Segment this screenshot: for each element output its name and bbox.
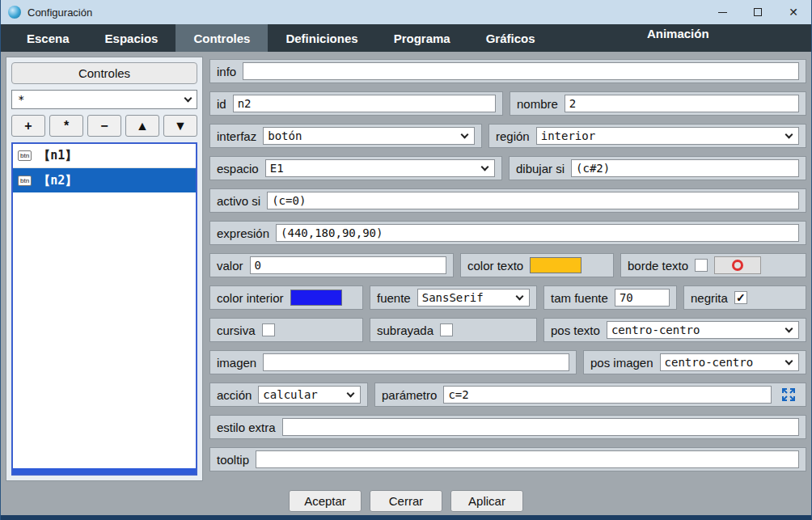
titlebar[interactable]: Configuración ✕ <box>1 0 811 24</box>
fuente-label: fuente <box>377 291 411 305</box>
borde-texto-color-button[interactable] <box>714 256 761 274</box>
parametro-value: c=2 <box>448 388 468 401</box>
expresion-input[interactable]: (440,180,90,90) <box>276 224 799 242</box>
duplicate-control-button[interactable]: * <box>49 115 83 137</box>
info-input[interactable] <box>243 62 799 80</box>
button-type-badge: btn <box>18 150 32 161</box>
espacio-select[interactable]: E1 <box>265 159 495 177</box>
accion-select[interactable]: calcular <box>258 386 361 404</box>
window-bottom-border <box>1 515 811 520</box>
dibujar-si-input[interactable]: (c#2) <box>571 159 799 177</box>
nombre-value: 2 <box>569 97 576 110</box>
tab-definiciones[interactable]: Definiciones <box>268 24 375 52</box>
expresion-label: expresión <box>217 226 269 240</box>
accept-button[interactable]: Aceptar <box>289 490 362 512</box>
region-value: interior <box>541 129 595 142</box>
close-button[interactable]: ✕ <box>776 0 811 24</box>
field-nombre: nombre 2 <box>510 91 806 116</box>
list-item-n1[interactable]: btn 【n1】 <box>13 144 196 168</box>
region-label: región <box>496 129 530 143</box>
region-select[interactable]: interior <box>536 127 799 145</box>
estilo-extra-input[interactable] <box>282 418 799 436</box>
field-region: región interior <box>488 124 806 148</box>
pos-texto-value: centro-centro <box>611 323 700 336</box>
borde-texto-checkbox[interactable] <box>695 259 708 272</box>
add-control-button[interactable]: + <box>11 115 45 137</box>
tam-fuente-value: 70 <box>620 291 633 304</box>
filter-value: * <box>18 93 24 106</box>
subrayada-checkbox[interactable] <box>440 323 453 336</box>
id-input[interactable]: n2 <box>233 95 496 112</box>
controls-list: btn 【n1】 btn 【n2】 <box>11 142 197 476</box>
maximize-icon <box>754 8 762 16</box>
field-tam-fuente: tam fuente 70 <box>543 285 677 310</box>
cursiva-label: cursiva <box>217 323 256 337</box>
imagen-input[interactable] <box>263 353 569 371</box>
tab-escena[interactable]: Escena <box>9 24 87 52</box>
field-fuente: fuente SansSerif <box>370 285 537 310</box>
field-accion: acción calcular <box>209 383 368 407</box>
cursiva-checkbox[interactable] <box>262 323 275 336</box>
fuente-select[interactable]: SansSerif <box>417 289 530 307</box>
info-label: info <box>217 65 236 78</box>
tab-animacion[interactable]: Animación <box>553 24 803 52</box>
list-toolbar: + * − ▲ ▼ <box>11 115 197 137</box>
accion-label: acción <box>217 388 252 402</box>
tam-fuente-input[interactable]: 70 <box>615 289 670 307</box>
activo-si-input[interactable]: (c=0) <box>267 192 799 209</box>
tooltip-input[interactable] <box>256 450 799 468</box>
imagen-label: imagen <box>217 356 256 370</box>
chevron-down-icon <box>785 324 793 332</box>
checkbox-mark: ✓ <box>736 291 746 304</box>
item-label: 【n2】 <box>38 173 77 188</box>
tab-controles[interactable]: Controles <box>176 24 268 52</box>
parametro-input[interactable]: c=2 <box>443 386 772 404</box>
apply-button[interactable]: Aplicar <box>450 490 523 512</box>
minimize-button[interactable] <box>704 0 740 24</box>
tab-espacios[interactable]: Espacios <box>87 24 176 52</box>
field-parametro: parámetro c=2 <box>374 383 806 407</box>
field-info: info <box>209 59 806 83</box>
horizontal-scrollbar[interactable] <box>13 468 196 474</box>
tab-programa[interactable]: Programa <box>376 24 468 52</box>
negrita-label: negrita <box>691 291 728 305</box>
color-interior-swatch[interactable] <box>290 290 342 306</box>
tam-fuente-label: tam fuente <box>551 291 608 305</box>
move-up-button[interactable]: ▲ <box>125 115 159 137</box>
field-dibujar-si: dibujar si (c#2) <box>509 156 806 180</box>
field-cursiva: cursiva <box>209 318 363 342</box>
pos-texto-select[interactable]: centro-centro <box>607 321 799 339</box>
pos-imagen-label: pos imagen <box>590 356 653 370</box>
field-interfaz: interfaz botón <box>209 124 482 148</box>
remove-control-button[interactable]: − <box>87 115 121 137</box>
footer-bar: Aceptar Cerrar Aplicar <box>1 486 811 515</box>
config-window: Configuración ✕ Escena Espacios Controle… <box>0 0 812 520</box>
color-texto-swatch[interactable] <box>530 257 582 273</box>
nombre-input[interactable]: 2 <box>565 95 799 112</box>
accion-value: calcular <box>263 388 317 401</box>
panel-header-button[interactable]: Controles <box>11 62 197 84</box>
negrita-checkbox[interactable]: ✓ <box>734 291 747 304</box>
chevron-down-icon <box>184 94 192 102</box>
valor-label: valor <box>217 259 243 273</box>
app-icon <box>8 6 21 19</box>
maximize-button[interactable] <box>740 0 776 24</box>
pos-imagen-select[interactable]: centro-centro <box>660 353 799 371</box>
move-down-button[interactable]: ▼ <box>163 115 197 137</box>
tab-graficos[interactable]: Gráficos <box>468 24 553 52</box>
chevron-down-icon <box>785 357 793 365</box>
close-dialog-button[interactable]: Cerrar <box>370 490 442 512</box>
subrayada-label: subrayada <box>377 323 433 337</box>
valor-input[interactable]: 0 <box>250 256 446 274</box>
interfaz-select[interactable]: botón <box>263 127 475 145</box>
chevron-down-icon <box>461 130 469 138</box>
chevron-down-icon <box>516 292 524 300</box>
properties-panel: info id n2 nombre 2 interfaz <box>209 57 806 481</box>
id-value: n2 <box>238 97 252 110</box>
nombre-label: nombre <box>517 97 558 111</box>
interfaz-label: interfaz <box>217 129 256 143</box>
list-item-n2[interactable]: btn 【n2】 <box>13 168 196 192</box>
filter-select[interactable]: * <box>11 90 197 109</box>
parametro-label: parámetro <box>382 388 437 402</box>
expand-editor-button[interactable] <box>778 385 799 404</box>
